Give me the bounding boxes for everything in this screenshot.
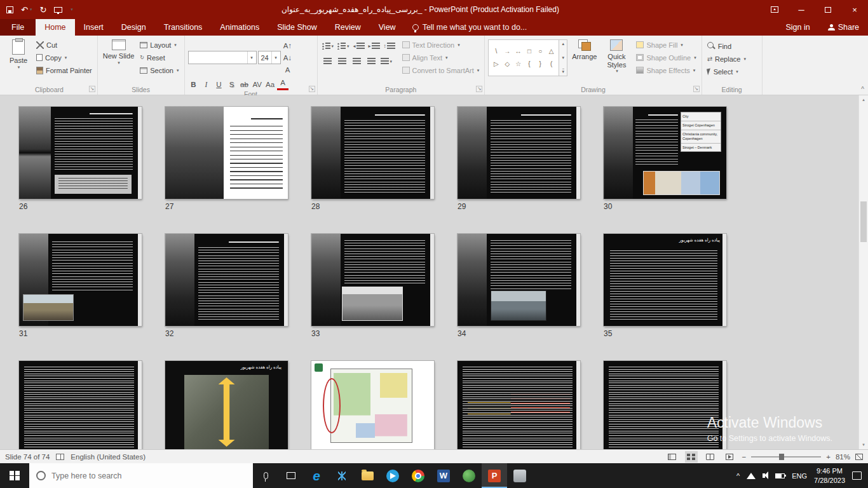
tab-file[interactable]: File bbox=[0, 19, 36, 36]
italic-button[interactable]: I bbox=[201, 78, 212, 90]
shape-item-icon[interactable]: ( bbox=[550, 61, 552, 67]
tab-slide-show[interactable]: Slide Show bbox=[268, 19, 326, 36]
slide-thumbnail[interactable] bbox=[458, 107, 580, 199]
green-app-taskbar-button[interactable] bbox=[456, 463, 482, 488]
shapes-more-button[interactable]: ▾ bbox=[562, 69, 565, 74]
shape-item-icon[interactable]: ☆ bbox=[515, 61, 521, 67]
shape-item-icon[interactable]: { bbox=[528, 61, 530, 67]
shape-item-icon[interactable]: \ bbox=[496, 48, 498, 55]
search-input[interactable] bbox=[51, 471, 246, 480]
align-left-button[interactable] bbox=[321, 55, 334, 67]
underline-button[interactable]: U bbox=[214, 78, 225, 90]
tab-review[interactable]: Review bbox=[326, 19, 370, 36]
network-icon[interactable] bbox=[747, 473, 756, 479]
justify-button[interactable] bbox=[365, 55, 378, 67]
shrink-font-button[interactable]: A↓ bbox=[282, 51, 294, 64]
zoom-out-button[interactable]: − bbox=[742, 453, 747, 461]
strikethrough-button[interactable]: ab bbox=[239, 78, 250, 90]
language-status[interactable]: English (United States) bbox=[71, 453, 146, 461]
layout-button[interactable]: Layout▾ bbox=[138, 39, 180, 51]
slide-thumbnail[interactable] bbox=[19, 361, 142, 449]
shapes-scroll-up[interactable]: ▴ bbox=[562, 41, 565, 46]
shape-item-icon[interactable]: ○ bbox=[538, 48, 542, 55]
bullets-button[interactable]: ▾ bbox=[321, 40, 336, 52]
slide-thumbnail[interactable] bbox=[165, 234, 288, 326]
slide-thumbnail[interactable]: پیاده راه هفده شهریور bbox=[165, 361, 288, 449]
gray-app-taskbar-button[interactable] bbox=[507, 463, 532, 488]
slide-thumbnail[interactable] bbox=[311, 234, 434, 326]
shape-item-icon[interactable]: } bbox=[539, 61, 541, 67]
increase-indent-button[interactable]: ▸ bbox=[367, 40, 381, 52]
slide-thumbnail[interactable]: پیاده راه هفده شهریور bbox=[604, 234, 726, 326]
scrollbar-thumb[interactable] bbox=[860, 201, 867, 242]
replace-button[interactable]: ⇄Replace▾ bbox=[705, 53, 759, 65]
slide-sorter-view-button[interactable] bbox=[685, 451, 698, 463]
convert-to-smartart-button[interactable]: Convert to SmartArt▾ bbox=[400, 64, 482, 76]
scroll-down-arrow[interactable]: ▾ bbox=[859, 440, 868, 449]
shape-effects-button[interactable]: Shape Effects▾ bbox=[634, 64, 698, 76]
fit-to-window-button[interactable] bbox=[855, 454, 863, 460]
copy-button[interactable]: Copy▾ bbox=[34, 51, 94, 64]
minimize-button[interactable]: ─ bbox=[788, 0, 815, 19]
slide-thumbnail[interactable] bbox=[19, 107, 142, 199]
volume-icon[interactable] bbox=[763, 473, 765, 478]
shape-item-icon[interactable]: ◇ bbox=[505, 61, 510, 67]
format-painter-button[interactable]: Format Painter bbox=[34, 64, 94, 76]
tab-home[interactable]: Home bbox=[36, 19, 74, 36]
zoom-in-button[interactable]: + bbox=[826, 453, 831, 461]
align-right-button[interactable] bbox=[350, 55, 363, 67]
slideshow-view-button[interactable] bbox=[723, 451, 736, 463]
slide-thumbnail[interactable] bbox=[165, 107, 288, 199]
find-button[interactable]: Find bbox=[705, 40, 759, 52]
decrease-indent-button[interactable]: ◂ bbox=[352, 40, 366, 52]
font-size-combo[interactable]: 24 ▾ bbox=[258, 51, 281, 64]
tell-me-box[interactable]: Tell me what you want to do... bbox=[405, 19, 535, 36]
select-button[interactable]: Select▾ bbox=[705, 65, 759, 78]
paragraph-dialog-launcher[interactable]: ↘ bbox=[476, 86, 482, 92]
zoom-percentage[interactable]: 81% bbox=[836, 453, 850, 461]
share-button[interactable]: Share bbox=[819, 19, 868, 36]
tab-design[interactable]: Design bbox=[112, 19, 155, 36]
start-button[interactable] bbox=[0, 463, 29, 488]
hidden-icons-button[interactable]: ^ bbox=[736, 472, 740, 480]
shape-outline-button[interactable]: Shape Outline▾ bbox=[634, 51, 698, 64]
reset-button[interactable]: ↻Reset bbox=[138, 51, 180, 64]
shape-fill-button[interactable]: Shape Fill▾ bbox=[634, 39, 698, 51]
reading-view-button[interactable] bbox=[704, 451, 717, 463]
powerpoint-taskbar-button[interactable]: P bbox=[482, 463, 507, 488]
align-center-button[interactable] bbox=[336, 55, 349, 67]
text-shadow-button[interactable]: S bbox=[226, 78, 238, 90]
change-case-button[interactable]: Aa bbox=[264, 78, 276, 90]
undo-button[interactable]: ↶▾ bbox=[21, 5, 32, 15]
slide-thumbnail[interactable] bbox=[311, 361, 434, 449]
clipboard-dialog-launcher[interactable]: ↘ bbox=[89, 86, 95, 92]
paste-button[interactable]: Paste▾ bbox=[4, 37, 32, 84]
task-view-button[interactable] bbox=[278, 463, 304, 488]
numbering-button[interactable]: ▾ bbox=[336, 40, 351, 52]
drawing-dialog-launcher[interactable]: ↘ bbox=[693, 86, 700, 92]
font-size-caret-icon[interactable]: ▾ bbox=[271, 51, 280, 64]
word-taskbar-button[interactable]: W bbox=[431, 463, 456, 488]
columns-button[interactable]: ▾ bbox=[379, 55, 394, 67]
sign-in-button[interactable]: Sign in bbox=[776, 19, 818, 36]
save-button[interactable] bbox=[6, 6, 13, 13]
collapse-ribbon-button[interactable]: ^ bbox=[861, 86, 864, 93]
customize-qat-button[interactable]: ▾ bbox=[70, 7, 73, 12]
tab-transitions[interactable]: Transitions bbox=[155, 19, 212, 36]
font-color-button[interactable]: A bbox=[277, 78, 288, 90]
telegram-taskbar-button[interactable] bbox=[380, 463, 405, 488]
scroll-up-arrow[interactable]: ▴ bbox=[859, 95, 868, 104]
quick-styles-button[interactable]: Quick Styles▾ bbox=[601, 37, 632, 84]
battery-icon[interactable] bbox=[775, 473, 785, 478]
repeat-button[interactable]: ↻ bbox=[39, 5, 46, 15]
clear-formatting-button[interactable]: A bbox=[282, 64, 294, 76]
shapes-scroll-down[interactable]: ▾ bbox=[562, 55, 565, 60]
slide-thumbnail[interactable] bbox=[311, 107, 434, 199]
language-indicator[interactable]: ENG bbox=[792, 472, 807, 480]
shape-item-icon[interactable]: △ bbox=[549, 48, 554, 55]
close-button[interactable]: × bbox=[841, 0, 868, 19]
shape-item-icon[interactable]: □ bbox=[527, 48, 531, 55]
normal-view-button[interactable] bbox=[666, 451, 679, 463]
font-dialog-launcher[interactable]: ↘ bbox=[309, 86, 315, 92]
taskbar-clock[interactable]: 9:46 PM 7/28/2023 bbox=[814, 466, 845, 485]
